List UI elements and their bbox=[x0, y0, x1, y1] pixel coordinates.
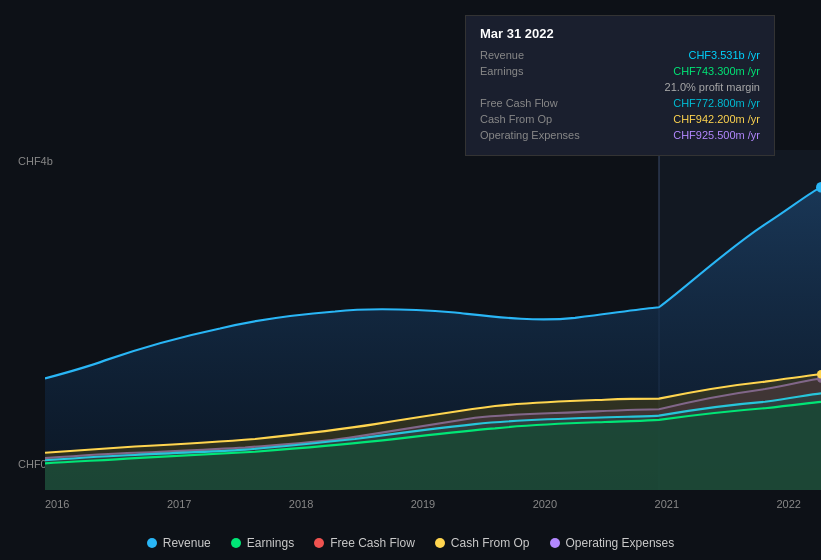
legend-dot-cashfromop bbox=[435, 538, 445, 548]
legend-label-cashfromop: Cash From Op bbox=[451, 536, 530, 550]
x-axis: 2016 2017 2018 2019 2020 2021 2022 bbox=[45, 498, 821, 510]
chart-area bbox=[45, 150, 821, 490]
tooltip-box: Mar 31 2022 Revenue CHF3.531b /yr Earnin… bbox=[465, 15, 775, 156]
legend-dot-earnings bbox=[231, 538, 241, 548]
x-label-2017: 2017 bbox=[167, 498, 191, 510]
legend-item-cashfromop[interactable]: Cash From Op bbox=[435, 536, 530, 550]
tooltip-value-opex: CHF925.500m /yr bbox=[673, 129, 760, 141]
y-label-bottom: CHF0 bbox=[18, 458, 47, 470]
tooltip-label-revenue: Revenue bbox=[480, 49, 590, 61]
legend-label-fcf: Free Cash Flow bbox=[330, 536, 415, 550]
tooltip-date: Mar 31 2022 bbox=[480, 26, 760, 41]
legend-dot-opex bbox=[550, 538, 560, 548]
chart-svg bbox=[45, 150, 821, 490]
x-label-2018: 2018 bbox=[289, 498, 313, 510]
tooltip-value-earnings: CHF743.300m /yr bbox=[673, 65, 760, 77]
legend-label-earnings: Earnings bbox=[247, 536, 294, 550]
legend-dot-fcf bbox=[314, 538, 324, 548]
tooltip-value-cashfromop: CHF942.200m /yr bbox=[673, 113, 760, 125]
legend-label-opex: Operating Expenses bbox=[566, 536, 675, 550]
tooltip-row-fcf: Free Cash Flow CHF772.800m /yr bbox=[480, 97, 760, 109]
x-label-2022: 2022 bbox=[776, 498, 800, 510]
tooltip-value-revenue: CHF3.531b /yr bbox=[688, 49, 760, 61]
legend-item-fcf[interactable]: Free Cash Flow bbox=[314, 536, 415, 550]
x-label-2019: 2019 bbox=[411, 498, 435, 510]
x-label-2016: 2016 bbox=[45, 498, 69, 510]
tooltip-value-fcf: CHF772.800m /yr bbox=[673, 97, 760, 109]
tooltip-row-opex: Operating Expenses CHF925.500m /yr bbox=[480, 129, 760, 141]
tooltip-label-fcf: Free Cash Flow bbox=[480, 97, 590, 109]
profit-margin-value: 21.0% profit margin bbox=[665, 81, 760, 93]
legend-item-earnings[interactable]: Earnings bbox=[231, 536, 294, 550]
tooltip-label-cashfromop: Cash From Op bbox=[480, 113, 590, 125]
legend: Revenue Earnings Free Cash Flow Cash Fro… bbox=[0, 536, 821, 550]
legend-label-revenue: Revenue bbox=[163, 536, 211, 550]
tooltip-label-earnings: Earnings bbox=[480, 65, 590, 77]
legend-item-opex[interactable]: Operating Expenses bbox=[550, 536, 675, 550]
profit-margin-row: 21.0% profit margin bbox=[480, 81, 760, 93]
x-label-2021: 2021 bbox=[655, 498, 679, 510]
tooltip-row-earnings: Earnings CHF743.300m /yr bbox=[480, 65, 760, 77]
legend-dot-revenue bbox=[147, 538, 157, 548]
tooltip-label-opex: Operating Expenses bbox=[480, 129, 590, 141]
tooltip-row-revenue: Revenue CHF3.531b /yr bbox=[480, 49, 760, 61]
chart-container: Mar 31 2022 Revenue CHF3.531b /yr Earnin… bbox=[0, 0, 821, 560]
legend-item-revenue[interactable]: Revenue bbox=[147, 536, 211, 550]
tooltip-row-cashfromop: Cash From Op CHF942.200m /yr bbox=[480, 113, 760, 125]
x-label-2020: 2020 bbox=[533, 498, 557, 510]
